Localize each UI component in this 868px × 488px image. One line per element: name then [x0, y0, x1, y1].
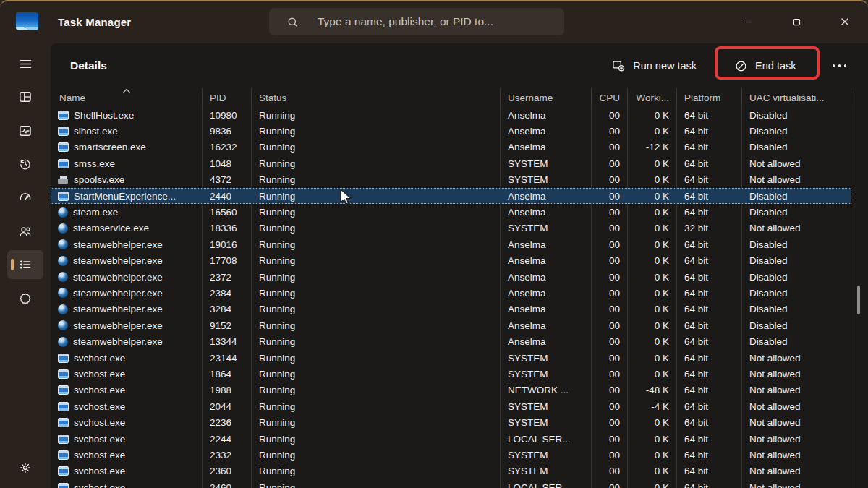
- sidebar-item-services[interactable]: [7, 283, 43, 312]
- search-box[interactable]: [269, 8, 564, 35]
- cell-username: SYSTEM: [501, 172, 592, 188]
- column-header-working-set[interactable]: Worki...: [628, 88, 677, 107]
- cell-pid: 2244: [203, 431, 252, 447]
- cell-uac: Disabled: [742, 140, 851, 155]
- cell-uac: Disabled: [742, 107, 851, 123]
- exe-file-icon: [58, 111, 69, 120]
- table-row[interactable]: svchost.exe 23144 Running SYSTEM 00 0 K …: [51, 350, 851, 366]
- table-row[interactable]: svchost.exe 2332 Running SYSTEM 00 0 K 6…: [51, 447, 851, 463]
- steam-file-icon: [58, 337, 68, 347]
- cell-working-set: 0 K: [628, 285, 677, 301]
- end-task-button[interactable]: End task: [726, 53, 804, 80]
- cell-cpu: 00: [592, 333, 628, 349]
- process-name: svchost.exe: [74, 401, 125, 412]
- column-header-username[interactable]: Username: [501, 88, 592, 107]
- cell-pid: 23144: [203, 350, 252, 366]
- table-row[interactable]: svchost.exe 2044 Running SYSTEM 00 -4 K …: [51, 398, 851, 414]
- table-row[interactable]: sihost.exe 9836 Running Anselma 00 0 K 6…: [51, 123, 851, 139]
- column-header-pid[interactable]: PID: [203, 88, 252, 107]
- search-input[interactable]: [318, 15, 554, 28]
- table-row[interactable]: spoolsv.exe 4372 Running SYSTEM 00 0 K 6…: [51, 172, 851, 188]
- maximize-button[interactable]: [780, 7, 813, 36]
- table-row[interactable]: smss.exe 1048 Running SYSTEM 00 0 K 64 b…: [51, 155, 851, 171]
- printer-file-icon: [58, 175, 69, 184]
- table-row[interactable]: steamwebhelper.exe 17708 Running Anselma…: [51, 253, 851, 269]
- performance-icon: [18, 124, 33, 138]
- cell-pid: 2332: [203, 447, 252, 463]
- table-row[interactable]: steam.exe 16560 Running Anselma 00 0 K 6…: [51, 204, 851, 220]
- cell-platform: 64 bit: [677, 317, 742, 333]
- sidebar-item-startup-apps[interactable]: [7, 183, 43, 212]
- sidebar-item-settings[interactable]: [7, 453, 43, 482]
- table-row[interactable]: steamwebhelper.exe 19016 Running Anselma…: [51, 236, 851, 252]
- cell-working-set: 0 K: [628, 366, 677, 382]
- cell-uac: Not allowed: [742, 398, 851, 414]
- process-name: steamwebhelper.exe: [73, 288, 163, 299]
- cell-cpu: 00: [592, 107, 628, 123]
- cell-status: Running: [252, 155, 501, 171]
- steam-file-icon: [58, 207, 68, 218]
- cell-status: Running: [252, 382, 501, 398]
- cell-platform: 64 bit: [677, 366, 742, 382]
- close-button[interactable]: [828, 7, 861, 36]
- cell-working-set: 0 K: [628, 333, 677, 349]
- cell-name: steam.exe: [51, 204, 203, 220]
- sidebar-item-users[interactable]: [7, 217, 43, 246]
- table-row[interactable]: svchost.exe 2236 Running SYSTEM 00 0 K 6…: [51, 414, 851, 430]
- cell-cpu: 00: [592, 414, 628, 430]
- steam-file-icon: [58, 304, 68, 314]
- cell-platform: 64 bit: [677, 479, 742, 488]
- sidebar-item-performance[interactable]: [7, 116, 43, 145]
- table-row[interactable]: ShellHost.exe 10980 Running Anselma 00 0…: [51, 107, 851, 123]
- table-row[interactable]: steamwebhelper.exe 9152 Running Anselma …: [51, 317, 851, 333]
- table-row[interactable]: svchost.exe 2460 Running LOCAL SER... 00…: [51, 479, 851, 488]
- sidebar-item-details[interactable]: [7, 250, 43, 279]
- run-new-task-button[interactable]: Run new task: [603, 52, 705, 80]
- minimize-button[interactable]: [733, 7, 765, 36]
- table-row[interactable]: svchost.exe 1988 Running NETWORK ... 00 …: [51, 382, 851, 398]
- cell-pid: 2384: [203, 285, 252, 301]
- cell-status: Running: [252, 140, 501, 155]
- column-header-cpu[interactable]: CPU: [592, 88, 628, 107]
- process-name: svchost.exe: [74, 434, 125, 445]
- column-header-platform[interactable]: Platform: [677, 88, 742, 107]
- column-header-status[interactable]: Status: [252, 88, 501, 107]
- end-task-icon: [734, 59, 748, 73]
- column-header-name[interactable]: Name: [51, 88, 203, 107]
- table-row[interactable]: svchost.exe 1864 Running SYSTEM 00 0 K 6…: [51, 366, 851, 382]
- cell-username: LOCAL SER...: [501, 479, 592, 488]
- cell-cpu: 00: [592, 301, 628, 317]
- cell-platform: 64 bit: [677, 123, 742, 139]
- table-row[interactable]: steamwebhelper.exe 2384 Running Anselma …: [51, 285, 851, 301]
- cell-working-set: 0 K: [628, 317, 677, 333]
- cell-username: SYSTEM: [501, 447, 592, 463]
- cell-name: steamwebhelper.exe: [51, 253, 203, 269]
- cell-platform: 32 bit: [677, 221, 742, 236]
- cell-cpu: 00: [592, 317, 628, 333]
- column-header-uac[interactable]: UAC virtualisati...: [742, 88, 851, 107]
- table-row[interactable]: steamwebhelper.exe 13344 Running Anselma…: [51, 333, 851, 349]
- cell-name: svchost.exe: [51, 398, 203, 414]
- menu-button[interactable]: [7, 49, 43, 78]
- vertical-scrollbar-thumb[interactable]: [857, 286, 860, 314]
- table-row[interactable]: steamservice.exe 18336 Running SYSTEM 00…: [51, 221, 851, 236]
- sidebar-item-app-history[interactable]: [7, 150, 43, 179]
- more-options-button[interactable]: [824, 58, 856, 74]
- table-row[interactable]: StartMenuExperience... 2440 Running Anse…: [51, 188, 851, 204]
- cell-working-set: -4 K: [628, 398, 677, 414]
- cell-name: spoolsv.exe: [51, 172, 203, 188]
- cell-uac: Disabled: [742, 333, 851, 349]
- table-row[interactable]: steamwebhelper.exe 3284 Running Anselma …: [51, 301, 851, 317]
- process-name: svchost.exe: [74, 450, 125, 461]
- table-row[interactable]: smartscreen.exe 16232 Running Anselma 00…: [51, 140, 851, 155]
- sidebar-item-processes[interactable]: [7, 82, 43, 111]
- cell-pid: 2460: [203, 479, 252, 488]
- table-row[interactable]: svchost.exe 2360 Running SYSTEM 00 0 K 6…: [51, 463, 851, 479]
- window-controls: [733, 0, 861, 43]
- table-row[interactable]: steamwebhelper.exe 2372 Running Anselma …: [51, 269, 851, 285]
- exe-file-icon: [58, 450, 69, 460]
- content-pane: Details Run new task End task Name PID S…: [51, 43, 868, 488]
- process-name: svchost.exe: [74, 369, 125, 380]
- cell-username: Anselma: [501, 317, 592, 333]
- table-row[interactable]: svchost.exe 2244 Running LOCAL SER... 00…: [51, 431, 851, 447]
